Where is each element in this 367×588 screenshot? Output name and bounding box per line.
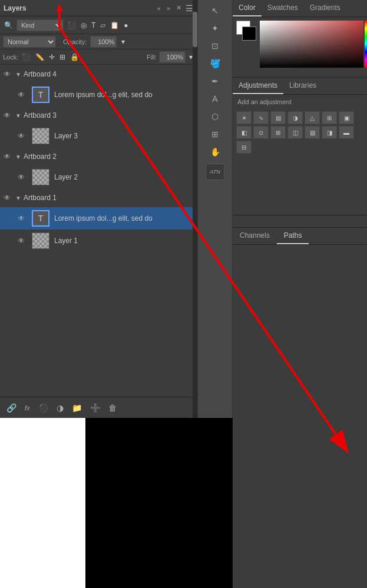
gradientmap-adj-btn[interactable]: ▬	[339, 126, 354, 139]
curves-adj-btn[interactable]: ∿	[253, 111, 269, 124]
layer-item[interactable]: 👁 T Lorem ipsum dol...g elit, sed do	[0, 84, 197, 106]
artboard-4-header[interactable]: 👁 ▼ Artboard 4	[0, 65, 197, 84]
collapse-button[interactable]: «	[156, 4, 163, 12]
filter-smart-icon[interactable]: 📋	[109, 21, 120, 30]
tab-paths[interactable]: Paths	[277, 228, 309, 244]
color-picker-area[interactable]	[260, 21, 363, 74]
search-icon: 🔍	[3, 21, 14, 30]
layer-thumb	[32, 232, 49, 249]
brush-tool[interactable]: ✒	[206, 73, 224, 89]
tab-libraries[interactable]: Libraries	[283, 78, 322, 94]
background-color[interactable]	[242, 26, 256, 41]
layer-item[interactable]: 👁 Layer 3	[0, 125, 197, 147]
magic-wand-tool[interactable]: ✦	[206, 20, 224, 36]
threshold-adj-btn[interactable]: ◨	[322, 126, 337, 139]
blend-mode-select[interactable]: Normal	[3, 36, 56, 48]
type-tool[interactable]: A	[206, 91, 224, 107]
huesat-adj-btn[interactable]: ⊞	[322, 111, 337, 124]
fx-button[interactable]: fx	[23, 403, 32, 413]
add-mask-button[interactable]: ⚫	[37, 402, 50, 414]
lock-paint-icon[interactable]: ✏️	[34, 52, 45, 62]
tab-swatches[interactable]: Swatches	[262, 0, 304, 16]
artboard-2-header[interactable]: 👁 ▼ Artboard 2	[0, 147, 197, 166]
brightness-adj-btn[interactable]: ☀	[236, 111, 252, 124]
panel-title: Layers	[4, 4, 27, 12]
collapse-arrow-icon: ▼	[15, 112, 21, 119]
layer-thumb	[32, 128, 49, 144]
collapse-arrow-icon: ▼	[15, 195, 21, 201]
filter-shape-icon[interactable]: ▱	[99, 21, 107, 30]
channelmix-adj-btn[interactable]: ⊞	[270, 126, 286, 139]
adj-tab-row: Adjustments Libraries	[233, 78, 367, 95]
selective-adj-btn[interactable]: ⊟	[236, 141, 252, 154]
layer-item-selected[interactable]: 👁 T Lorem ipsum dol...g elit, sed do	[0, 207, 197, 230]
opacity-arrow-icon[interactable]: ▾	[120, 37, 126, 46]
layers-list: 👁 ▼ Artboard 4 👁 T Lorem ipsum dol...g e…	[0, 65, 197, 397]
adjustment-icons-row: ☀ ∿ ▤ ◑ △ ⊞ ▣ ◧ ⊙ ⊞ ◫ ▧ ◨ ▬ ⊟	[233, 109, 367, 156]
link-layers-button[interactable]: 🔗	[5, 402, 18, 414]
eye-icon[interactable]: 👁	[18, 173, 27, 181]
canvas-white	[0, 418, 85, 588]
colorbal-adj-btn[interactable]: ▣	[339, 111, 354, 124]
path-tool[interactable]: ⬡	[206, 108, 224, 125]
layer-name: Lorem ipsum dol...g elit, sed do	[54, 91, 193, 99]
delete-layer-button[interactable]: 🗑	[107, 402, 118, 414]
adj-empty-space	[233, 156, 367, 215]
new-group-button[interactable]: 📁	[70, 402, 84, 414]
tab-gradients[interactable]: Gradients	[304, 0, 346, 16]
fg-bg-colors[interactable]	[236, 21, 256, 41]
hand-tool[interactable]: ✋	[206, 144, 224, 160]
close-button[interactable]: ✕	[174, 4, 183, 12]
filter-pixel-icon[interactable]: ⬛	[66, 21, 77, 30]
mid-toolbar: ↖ ✦ ⊡ 🪣 ✒ A ⬡ ⊞ ✋ ATN	[197, 0, 233, 418]
eye-icon[interactable]: 👁	[18, 91, 27, 99]
fill-input[interactable]	[159, 51, 186, 63]
eye-icon[interactable]: 👁	[4, 111, 13, 119]
filter-adjust-icon[interactable]: ◎	[80, 21, 88, 30]
opacity-input[interactable]	[90, 36, 117, 48]
hue-slider[interactable]	[365, 21, 367, 68]
layer-item[interactable]: 👁 Layer 2	[0, 166, 197, 188]
lock-all-icon[interactable]: 🔒	[69, 52, 80, 62]
lock-artboard-icon[interactable]: ⊞	[58, 52, 67, 62]
adjustments-panel: Adjustments Libraries Add an adjustment …	[233, 78, 367, 215]
paint-tool[interactable]: 🪣	[206, 55, 224, 72]
tab-channels[interactable]: Channels	[233, 228, 277, 244]
layer-item[interactable]: 👁 Layer 1	[0, 230, 197, 252]
artboard-1-header[interactable]: 👁 ▼ Artboard 1	[0, 188, 197, 207]
eye-icon[interactable]: 👁	[4, 70, 13, 78]
artboard-4-name: Artboard 4	[24, 70, 57, 78]
invert-adj-btn[interactable]: ◫	[287, 126, 303, 139]
blackwhite-adj-btn[interactable]: ◧	[236, 126, 252, 139]
color-gradient	[260, 21, 363, 68]
posterize-adj-btn[interactable]: ▧	[305, 126, 320, 139]
tab-color[interactable]: Color	[233, 0, 262, 16]
adjustment-button[interactable]: ◑	[55, 402, 65, 414]
lock-move-icon[interactable]: ✛	[48, 52, 56, 62]
vibrance-adj-btn[interactable]: △	[305, 111, 320, 124]
scrollbar-thumb	[193, 12, 197, 47]
restore-button[interactable]: »	[165, 4, 172, 12]
photofilter-adj-btn[interactable]: ⊙	[253, 126, 269, 139]
filter-pin-icon[interactable]: ●	[123, 21, 129, 30]
color-panel: Color Swatches Gradients	[233, 0, 367, 78]
crop-tool[interactable]: ⊡	[206, 38, 224, 54]
gradient-overlay	[260, 21, 363, 68]
new-layer-button[interactable]: ➕	[88, 402, 102, 414]
eye-icon[interactable]: 👁	[4, 152, 13, 161]
artboard-3-header[interactable]: 👁 ▼ Artboard 3	[0, 106, 197, 125]
eye-icon[interactable]: 👁	[18, 132, 27, 140]
levels-adj-btn[interactable]: ▤	[270, 111, 286, 124]
move-tool[interactable]: ↖	[206, 2, 224, 19]
tab-adjustments[interactable]: Adjustments	[233, 78, 283, 94]
eye-icon[interactable]: 👁	[4, 194, 13, 202]
filter-type-icon[interactable]: T	[90, 21, 97, 30]
lock-pixels-icon[interactable]: ⬛	[21, 52, 32, 62]
kind-select[interactable]: Kind	[16, 19, 64, 31]
zoom-tool[interactable]: ATN	[206, 164, 224, 180]
layers-scrollbar[interactable]	[193, 0, 197, 418]
exposure-adj-btn[interactable]: ◑	[287, 111, 303, 124]
selection-tool[interactable]: ⊞	[206, 126, 224, 142]
eye-icon[interactable]: 👁	[18, 237, 27, 245]
eye-icon[interactable]: 👁	[18, 214, 27, 222]
